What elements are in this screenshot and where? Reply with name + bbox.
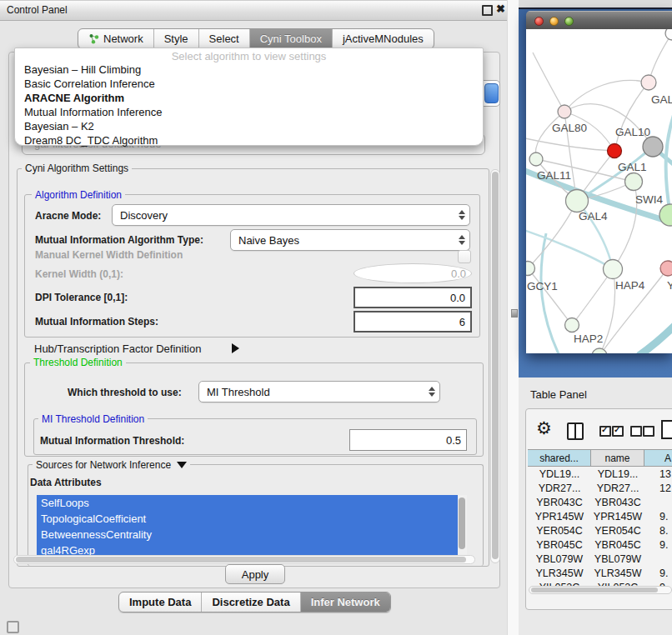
- table-row[interactable]: YDR27... YDR27... 12: [526, 482, 672, 496]
- nodes: [526, 29, 672, 353]
- label-gal80: GAL80: [552, 122, 587, 134]
- checked-box-icon[interactable]: [599, 426, 611, 437]
- tab-jactivemnodules[interactable]: jActiveMNodules: [332, 29, 434, 48]
- kernel-width-label: Kernel Width (0,1):: [35, 268, 123, 280]
- node-gal10[interactable]: [643, 137, 663, 157]
- tab-select[interactable]: Select: [198, 29, 249, 48]
- apply-button[interactable]: Apply: [225, 564, 285, 584]
- tab-cyni-toolbox[interactable]: Cyni Toolbox: [249, 29, 332, 48]
- collapsed-panel-icon[interactable]: [7, 621, 19, 633]
- network-view-window[interactable]: GAL GAL80 GAL10 GAL11 GAL1 GAL4 SWI4 GCY…: [526, 11, 672, 353]
- tab-discretize-data[interactable]: Discretize Data: [201, 592, 299, 612]
- unchecked-box-icon[interactable]: [643, 426, 654, 437]
- node-gal1[interactable]: [625, 173, 643, 191]
- node-partial-top[interactable]: [665, 29, 672, 40]
- new-table-icon[interactable]: [661, 420, 672, 439]
- node-red[interactable]: [608, 144, 622, 158]
- settings-vertical-scrollbar[interactable]: [490, 169, 500, 563]
- tab-infer-network[interactable]: Infer Network: [300, 592, 390, 612]
- aracne-mode-label: Aracne Mode:: [35, 210, 101, 222]
- algorithm-option[interactable]: Dream8 DC_TDC Algorithm: [15, 133, 483, 148]
- close-traffic-light-icon[interactable]: [534, 17, 544, 26]
- node-gal4[interactable]: [566, 190, 589, 212]
- mi-steps-field[interactable]: 6: [354, 311, 472, 332]
- stepper-arrows-icon: [458, 234, 465, 246]
- node-gal80[interactable]: [558, 105, 571, 118]
- zoom-traffic-light-icon[interactable]: [564, 17, 574, 26]
- panel-splitter[interactable]: [507, 0, 519, 635]
- network-window-titlebar[interactable]: [526, 11, 672, 29]
- mi-threshold-field[interactable]: 0.5: [349, 429, 467, 451]
- table-row[interactable]: YER054C YER054C 8.: [526, 524, 672, 538]
- dpi-tolerance-field[interactable]: 0.0: [354, 287, 472, 308]
- aracne-mode-value: Discovery: [120, 209, 168, 222]
- data-attributes-label: Data Attributes: [30, 477, 102, 488]
- gear-icon[interactable]: ⚙: [536, 419, 552, 437]
- unchecked-box-icon[interactable]: [630, 426, 642, 437]
- manual-kernel-checkbox[interactable]: [458, 250, 471, 263]
- mi-type-value: Naive Bayes: [238, 234, 299, 247]
- attribute-item[interactable]: SelfLoops: [37, 495, 458, 511]
- node-swi4[interactable]: [659, 204, 672, 226]
- data-attributes-list[interactable]: SelfLoops TopologicalCoefficient Between…: [37, 495, 458, 558]
- label-hap4: HAP4: [615, 279, 645, 292]
- label-gal10: GAL10: [615, 126, 650, 138]
- collapsed-arrow-icon[interactable]: [232, 343, 239, 353]
- algorithm-option[interactable]: Mutual Information Inference: [15, 105, 483, 119]
- algorithm-option[interactable]: Bayesian – K2: [15, 119, 483, 133]
- table-row[interactable]: YBR043C YBR043C: [526, 496, 672, 510]
- attributes-list-scrollbar[interactable]: [458, 495, 467, 558]
- kernel-width-field[interactable]: 0.0: [354, 263, 472, 283]
- table-row[interactable]: YBL079W YBL079W: [526, 552, 672, 567]
- hub-definition-toggle[interactable]: Hub/Transcription Factor Definition: [34, 342, 201, 355]
- node-gal-partial[interactable]: [641, 75, 656, 90]
- algorithm-option[interactable]: Basic Correlation Inference: [15, 77, 483, 91]
- table-row[interactable]: YDL19... YDL19... 13: [526, 468, 672, 482]
- attribute-item[interactable]: TopologicalCoefficient: [37, 511, 458, 527]
- split-columns-icon[interactable]: [567, 422, 584, 440]
- close-icon[interactable]: ✖: [496, 2, 505, 15]
- node-hap4[interactable]: [604, 260, 623, 279]
- bottom-tabbar: Impute Data Discretize Data Infer Networ…: [118, 592, 391, 612]
- column-header-name[interactable]: name: [591, 449, 644, 467]
- tab-network[interactable]: Network: [78, 29, 153, 48]
- hidden-combo-stepper: [484, 83, 499, 103]
- control-panel-tabbar: Network Style Select Cyni Toolbox jActiv…: [78, 28, 434, 49]
- splitter-grip-icon[interactable]: [511, 309, 518, 318]
- column-header-partial[interactable]: A: [644, 449, 672, 467]
- which-threshold-value: MI Threshold: [207, 386, 270, 398]
- aracne-mode-combo[interactable]: Discovery: [112, 204, 470, 226]
- node-y-partial[interactable]: [660, 261, 672, 276]
- attribute-item[interactable]: BetweennessCentrality: [37, 527, 458, 542]
- table-panel-window: ⚙ shared... name A YDL19... YDL19... 13 …: [525, 408, 672, 610]
- label-y-partial: Y: [667, 279, 672, 292]
- minimize-traffic-light-icon[interactable]: [549, 17, 559, 26]
- table-panel-title: Table Panel: [530, 388, 587, 401]
- label-gal4: GAL4: [579, 210, 608, 222]
- table-row[interactable]: YPR145W YPR145W 9.: [526, 510, 672, 524]
- control-panel-titlebar: Control Panel ✖: [0, 0, 509, 21]
- algorithm-option[interactable]: Bayesian – Hill Climbing: [15, 62, 483, 77]
- algorithm-select-popup: Select algorithm to view settings Bayesi…: [14, 48, 484, 146]
- sources-legend[interactable]: Sources for Network Inference: [33, 459, 190, 471]
- table-row[interactable]: YLR345W YLR345W 9.: [526, 567, 672, 581]
- label-gal-partial: GAL: [651, 93, 672, 106]
- threshold-definition-legend: Threshold Definition: [30, 357, 126, 368]
- table-horizontal-scrollbar[interactable]: [529, 586, 672, 594]
- mi-type-label: Mutual Information Algorithm Type:: [35, 234, 203, 246]
- which-threshold-combo[interactable]: MI Threshold: [198, 381, 440, 402]
- settings-horizontal-scrollbar[interactable]: [13, 555, 475, 564]
- algorithm-option-selected[interactable]: ARACNE Algorithm: [15, 91, 483, 105]
- mi-threshold-label: Mutual Information Threshold:: [40, 435, 184, 447]
- node-gcy1[interactable]: [526, 262, 535, 276]
- network-canvas[interactable]: GAL GAL80 GAL10 GAL11 GAL1 GAL4 SWI4 GCY…: [526, 29, 672, 353]
- float-window-icon[interactable]: [482, 5, 493, 16]
- column-header-shared[interactable]: shared...: [528, 449, 591, 467]
- node-hap2[interactable]: [565, 318, 579, 332]
- node-gal11[interactable]: [529, 152, 543, 166]
- checked-box-icon[interactable]: [612, 426, 624, 437]
- tab-style[interactable]: Style: [153, 29, 198, 48]
- tab-impute-data[interactable]: Impute Data: [119, 592, 201, 612]
- mi-type-combo[interactable]: Naive Bayes: [230, 229, 470, 251]
- table-row[interactable]: YBR045C YBR045C 9.: [526, 538, 672, 552]
